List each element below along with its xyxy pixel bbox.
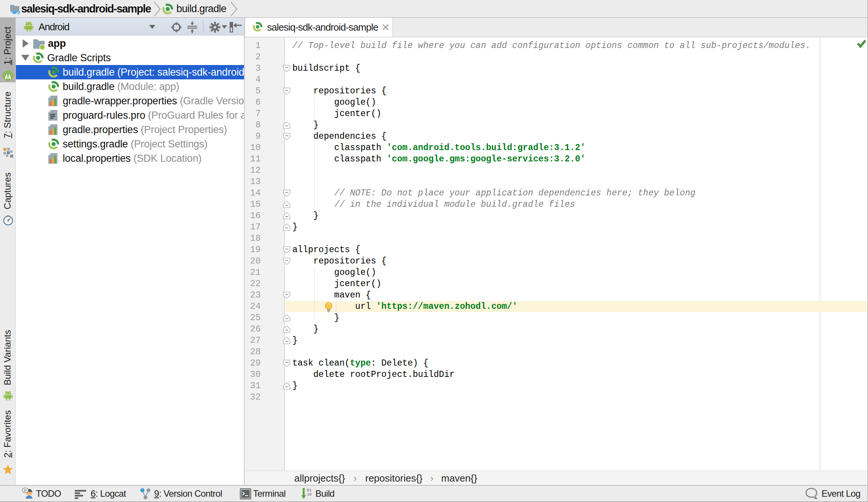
svg-text:10: 10 [307,492,312,497]
